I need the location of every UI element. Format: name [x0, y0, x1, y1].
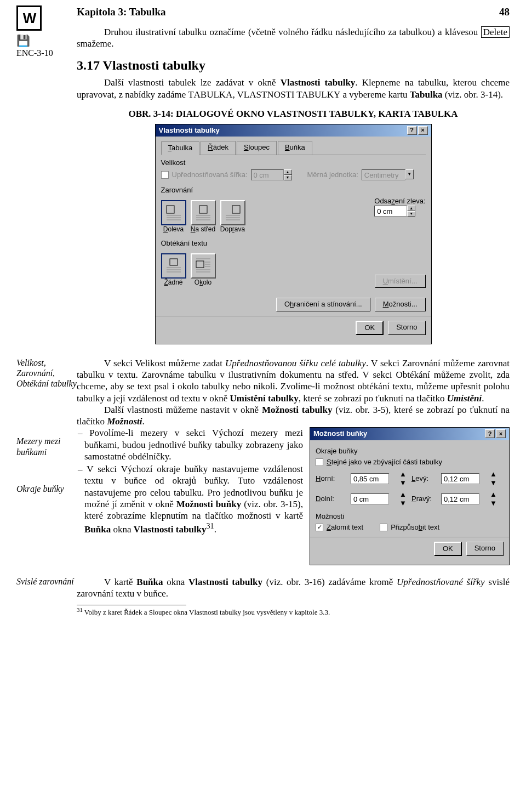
paragraph-3: V sekci Velikost můžeme zadat Upřednostň… [77, 357, 510, 404]
group-moznosti2: Možnosti [316, 512, 504, 521]
spinner-up-icon[interactable]: ▲ [399, 490, 409, 499]
label-same-as-rest: Stejné jako ve zbývající části tabulky [327, 458, 442, 467]
spinner-down-icon[interactable]: ▼ [399, 499, 409, 508]
checkbox-pref-width[interactable] [161, 171, 169, 179]
checkbox-same-as-rest[interactable] [316, 458, 323, 466]
svg-rect-8 [232, 206, 240, 213]
label-unit: Měrná jednotka: [307, 171, 358, 179]
checkbox-zalomit[interactable] [316, 524, 323, 531]
tab-radek[interactable]: Řádek [201, 141, 236, 154]
group-velikost: Velikost [161, 158, 426, 167]
section-heading: 3.17 Vlastnosti tabulky [77, 57, 510, 73]
input-dolni[interactable]: 0 cm [351, 493, 389, 504]
dialog2-title: Možnosti buňky [313, 429, 367, 438]
enc-code: ENC-3-10 [16, 48, 77, 59]
margin-note-2: Mezery mezi buňkami [16, 436, 77, 457]
page-number: 48 [499, 5, 510, 19]
key-delete: Delete [481, 26, 510, 38]
opt-label: Doleva [161, 225, 186, 234]
wrap-around-option[interactable] [191, 253, 216, 279]
lbl-prizpusobit: Přizpůsobit text [391, 523, 439, 532]
select-unit: Centimetry [362, 169, 405, 180]
chevron-down-icon: ▼ [405, 169, 414, 179]
word-logo-icon: W [16, 5, 42, 31]
help-icon[interactable]: ? [485, 429, 495, 438]
margin-note-1: Velikost, Zarovnání, Obtékání tabulky [16, 357, 77, 389]
spinner-up-icon[interactable]: ▲ [407, 206, 415, 211]
group-okraje: Okraje buňky [316, 447, 504, 456]
lbl-dolni: Dolní: [316, 495, 348, 503]
button-ohraniceni[interactable]: Ohraničení a stínování... [276, 298, 370, 311]
spinner-down-icon[interactable]: ▼ [399, 479, 409, 487]
tab-sloupec[interactable]: Sloupec [237, 141, 277, 154]
figure-caption: OBR. 3-14: DIALOGOVÉ OKNO VLASTNOSTI TAB… [77, 108, 510, 120]
spinner-down-icon[interactable]: ▼ [490, 479, 500, 487]
spinner-down-icon: ▼ [284, 175, 292, 180]
margin-note-3: Okraje buňky [16, 484, 77, 494]
paragraph-2: Další vlastnosti tabulek lze zadávat v o… [77, 77, 510, 100]
align-right-option[interactable] [220, 200, 245, 225]
button-umisteni: Umístění... [375, 275, 426, 288]
svg-rect-4 [199, 206, 207, 213]
chapter-title: Kapitola 3: Tabulka [77, 5, 166, 19]
checkbox-prizpusobit[interactable] [380, 524, 387, 531]
spinner-up-icon[interactable]: ▲ [490, 470, 500, 479]
input-pravy[interactable]: 0,12 cm [441, 493, 479, 504]
spinner-up-icon[interactable]: ▲ [490, 490, 500, 499]
spinner-up-icon: ▲ [284, 169, 292, 175]
label-pref-width: Upřednostňovaná šířka: [172, 171, 248, 179]
paragraph-intro: Druhou ilustrativní tabulku označíme (vč… [77, 26, 510, 50]
spinner-down-icon[interactable]: ▼ [490, 499, 500, 508]
group-zarovnani: Zarovnání [161, 186, 426, 195]
group-obtekani: Obtékání textu [161, 239, 426, 248]
button-moznosti[interactable]: Možnosti... [375, 298, 426, 311]
input-levy[interactable]: 0,12 cm [441, 473, 479, 484]
lbl-horni: Horní: [316, 474, 348, 483]
lbl-pravy: Pravý: [411, 495, 439, 503]
opt-label: Na střed [191, 225, 216, 234]
spinner-down-icon[interactable]: ▼ [407, 211, 415, 217]
input-horni[interactable]: 0,85 cm [351, 473, 389, 484]
dialog-moznosti-bunky: Možnosti buňky ? × Okraje buňky Stejné j… [310, 427, 510, 565]
close-icon[interactable]: × [496, 429, 506, 438]
svg-rect-12 [170, 259, 178, 265]
wrap-none-option[interactable] [161, 253, 186, 279]
lbl-zalomit: Zalomit text [327, 523, 363, 532]
input-indent[interactable]: 0 cm [374, 206, 407, 217]
opt-label: Okolo [191, 279, 216, 287]
svg-rect-16 [196, 261, 204, 268]
align-center-option[interactable] [191, 200, 216, 225]
label-indent: Odsazení zleva: [374, 197, 425, 206]
tab-bunka[interactable]: Buňka [278, 141, 312, 154]
paragraph-4: Další vlastnosti můžeme nastavit v okně … [77, 404, 510, 428]
dialog-title: Vlastnosti tabulky [159, 126, 220, 135]
close-icon[interactable]: × [418, 126, 428, 135]
help-icon[interactable]: ? [407, 126, 417, 135]
opt-label: Žádné [161, 279, 186, 287]
margin-note-4: Svislé zarovnání [16, 576, 77, 587]
tab-tabulka[interactable]: Tabulka [161, 141, 200, 155]
input-pref-width: 0 cm [251, 169, 284, 180]
spinner-up-icon[interactable]: ▲ [399, 470, 409, 479]
paragraph-5: V kartě Buňka okna Vlastnosti tabulky (v… [77, 576, 510, 600]
save-icon: 💾 [16, 34, 77, 48]
lbl-levy: Levý: [411, 474, 439, 483]
footnote: 31 Volby z karet Řádek a Sloupec okna Vl… [77, 606, 510, 617]
opt-label: Doprava [220, 225, 245, 234]
cancel-button[interactable]: Storno [466, 542, 504, 556]
cancel-button[interactable]: Storno [388, 321, 425, 335]
svg-rect-0 [167, 206, 174, 213]
ok-button[interactable]: OK [434, 542, 462, 556]
dialog-vlastnosti-tabulky: Vlastnosti tabulky ? × Tabulka Řádek Slo… [155, 124, 432, 344]
ok-button[interactable]: OK [356, 321, 384, 335]
align-left-option[interactable] [161, 200, 186, 225]
